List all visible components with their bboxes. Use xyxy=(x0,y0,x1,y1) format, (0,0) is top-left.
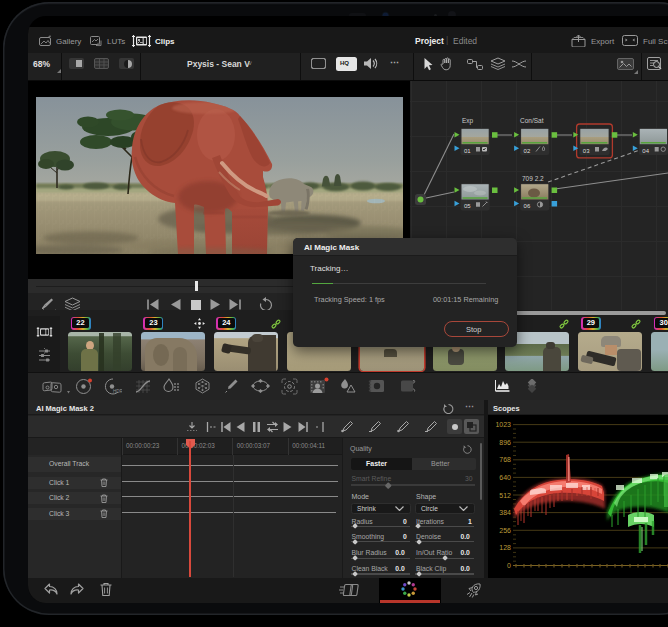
svg-text:02: 02 xyxy=(524,148,531,154)
svg-text:256: 256 xyxy=(499,527,511,534)
svg-text:1023: 1023 xyxy=(495,421,511,428)
svg-text:512: 512 xyxy=(499,492,511,499)
svg-text:896: 896 xyxy=(499,439,511,446)
svg-text:768: 768 xyxy=(499,456,511,463)
svg-text:04: 04 xyxy=(642,148,649,154)
svg-text:0: 0 xyxy=(507,562,511,569)
svg-text:640: 640 xyxy=(499,474,511,481)
svg-text:03: 03 xyxy=(583,148,590,154)
svg-text:Con/Sat: Con/Sat xyxy=(520,117,544,124)
svg-text:01: 01 xyxy=(464,148,471,154)
svg-text:05: 05 xyxy=(464,203,471,209)
svg-text:384: 384 xyxy=(499,509,511,516)
svg-text:HDR: HDR xyxy=(113,389,122,394)
svg-text:128: 128 xyxy=(499,544,511,551)
svg-text:Exp: Exp xyxy=(462,117,474,125)
svg-text:06: 06 xyxy=(524,203,531,209)
svg-text:709 2.2: 709 2.2 xyxy=(522,175,544,182)
